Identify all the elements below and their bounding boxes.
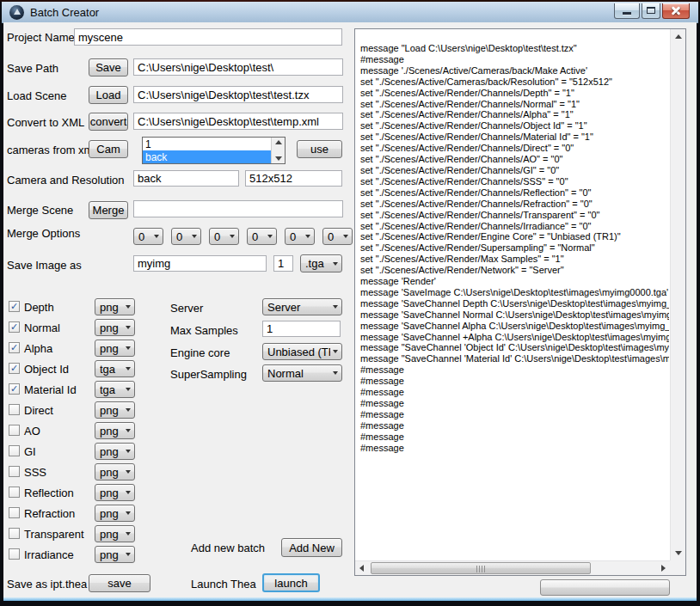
camera-list-item-1[interactable]: 1 [143,138,271,150]
channel-format-value: png [100,548,123,561]
scroll-down-icon[interactable] [675,551,682,555]
log-vertical-scrollbar[interactable] [670,29,685,560]
channel-label-depth: Depth [24,301,54,314]
chevron-down-icon [126,305,131,309]
channel-format-dropdown-reflection[interactable]: png [95,484,135,501]
minimize-button[interactable] [614,3,640,19]
image-number-input[interactable] [273,255,293,272]
chevron-down-icon [267,235,273,238]
merge-option-dropdown-1[interactable]: 0 [133,228,163,245]
channel-format-value: png [100,301,123,314]
title-bar[interactable]: Batch Creator [2,2,698,23]
channel-format-dropdown-depth[interactable]: png [95,298,135,315]
merge-button[interactable]: Merge [89,201,128,219]
merge-option-dropdown-4[interactable]: 0 [247,228,277,245]
scroll-left-icon[interactable] [359,565,364,572]
channel-format-dropdown-gi[interactable]: png [95,443,135,460]
channel-format-value: png [100,466,123,479]
channel-checkbox-material-id[interactable] [9,383,20,395]
close-button[interactable] [662,3,690,19]
channel-checkbox-sss[interactable] [9,466,20,477]
channel-format-value: png [100,507,123,520]
channel-format-dropdown-normal[interactable]: png [95,319,135,336]
scroll-up-icon[interactable] [275,140,282,144]
channel-checkbox-irradiance[interactable] [9,548,20,560]
image-name-input[interactable] [133,255,267,272]
engine-core-dropdown[interactable]: Unbiased (TR1) [262,343,342,360]
server-dropdown[interactable]: Server [262,298,342,315]
merge-option-value: 0 [252,230,265,243]
channel-checkbox-normal[interactable] [9,321,20,333]
chevron-down-icon [126,450,131,453]
channel-label-sss: SSS [24,466,46,479]
merge-scene-input[interactable] [133,200,343,217]
maximize-icon [647,7,655,14]
chevron-down-icon [126,553,131,556]
channel-format-dropdown-sss[interactable]: png [95,463,135,481]
supersampling-label: SuperSampling [170,368,247,381]
channel-checkbox-ao[interactable] [9,425,20,436]
image-format-dropdown[interactable]: .tga [300,254,342,272]
cam-button[interactable]: Cam [89,140,128,158]
save-ipt-button[interactable]: save [89,574,150,592]
channel-checkbox-gi[interactable] [9,445,20,456]
camera-list-scrollbar[interactable] [271,138,285,163]
channel-label-reflection: Reflection [24,487,74,499]
merge-option-dropdown-5[interactable]: 0 [285,228,315,245]
scroll-right-icon[interactable] [661,565,666,572]
channel-format-dropdown-ao[interactable]: png [95,422,135,439]
scrollbar-thumb[interactable] [371,562,591,574]
channel-format-dropdown-alpha[interactable]: png [95,340,135,357]
project-name-input[interactable] [74,28,342,46]
channel-checkbox-refraction[interactable] [9,507,20,518]
channel-label-direct: Direct [24,404,53,417]
max-samples-input[interactable] [262,321,341,337]
channel-format-dropdown-transparent[interactable]: png [95,525,135,542]
log-horizontal-scrollbar[interactable] [355,560,670,575]
add-new-button[interactable]: Add New [281,538,342,557]
merge-option-dropdown-6[interactable]: 0 [322,228,353,245]
camera-name-input[interactable] [133,170,239,187]
channel-format-dropdown-irradiance[interactable]: png [95,546,135,563]
channel-checkbox-transparent[interactable] [9,528,20,539]
chevron-down-icon [333,371,338,375]
chevron-down-icon [126,346,131,350]
convert-xml-input[interactable] [133,113,343,130]
save-path-input[interactable] [133,58,343,76]
launch-button[interactable]: launch [262,573,320,592]
chevron-down-icon [333,262,338,266]
channel-checkbox-object-id[interactable] [9,363,20,374]
channel-checkbox-alpha[interactable] [9,342,20,353]
window-controls [614,3,690,19]
resolution-input[interactable] [245,170,342,187]
convert-xml-button[interactable]: convert [89,113,128,131]
use-camera-button[interactable]: use [297,140,342,158]
channel-format-dropdown-object-id[interactable]: tga [95,360,135,377]
log-output-box[interactable]: message "Load C:\Users\nige\Desktop\test… [354,28,686,576]
scrollbar-corner [670,560,685,575]
channel-format-dropdown-material-id[interactable]: tga [95,381,135,398]
channel-checkbox-reflection[interactable] [9,487,20,498]
load-scene-button[interactable]: Load [89,86,128,104]
merge-option-value: 0 [290,230,303,243]
supersampling-dropdown[interactable]: Normal [262,364,342,382]
save-path-button[interactable]: Save [89,58,128,77]
chevron-down-icon [343,235,348,238]
merge-option-dropdown-3[interactable]: 0 [209,228,239,245]
channel-checkbox-depth[interactable] [9,301,20,312]
camera-list-item-back[interactable]: back [143,150,271,163]
chevron-down-icon [126,326,131,329]
cameras-from-xml-label: cameras from xml [7,144,95,156]
camera-listbox[interactable]: 1back [142,137,286,164]
load-scene-input[interactable] [133,86,343,103]
merge-option-dropdown-2[interactable]: 0 [171,228,201,245]
channel-checkbox-direct[interactable] [9,404,20,415]
scroll-up-icon[interactable] [675,34,682,39]
maximize-button[interactable] [642,3,660,19]
channel-format-dropdown-refraction[interactable]: png [95,505,135,522]
channel-format-value: png [100,321,123,334]
scroll-down-icon[interactable] [275,156,282,161]
channel-format-value: png [100,425,123,438]
channel-format-dropdown-direct[interactable]: png [95,401,135,419]
thea-logo-icon [9,5,24,20]
